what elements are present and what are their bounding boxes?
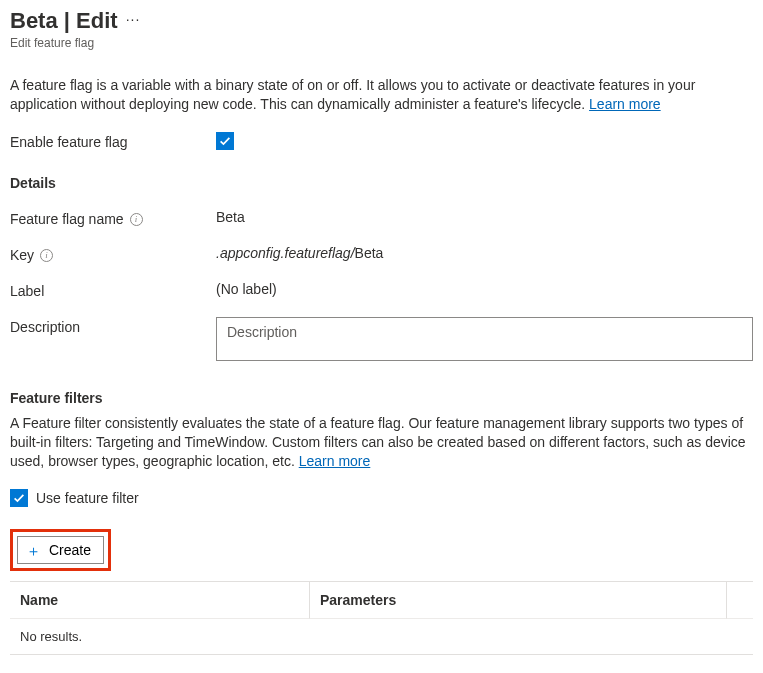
key-label: Key xyxy=(10,247,34,263)
description-input[interactable] xyxy=(216,317,753,361)
label-label: Label xyxy=(10,281,216,299)
checkmark-icon xyxy=(12,491,26,505)
flag-name-value: Beta xyxy=(216,209,753,225)
description-label: Description xyxy=(10,317,216,335)
label-value: (No label) xyxy=(216,281,753,297)
create-button-label: Create xyxy=(49,542,91,558)
plus-icon: ＋ xyxy=(26,543,41,558)
info-icon[interactable]: i xyxy=(40,249,53,262)
enable-flag-label: Enable feature flag xyxy=(10,132,216,150)
create-button-highlight: ＋ Create xyxy=(10,529,111,571)
key-name: Beta xyxy=(355,245,384,261)
page-title: Beta | Edit xyxy=(10,8,118,34)
use-filter-label: Use feature filter xyxy=(36,490,139,506)
create-button[interactable]: ＋ Create xyxy=(17,536,104,564)
checkmark-icon xyxy=(218,134,232,148)
intro-text: A feature flag is a variable with a bina… xyxy=(10,76,753,114)
filters-table: Name Parameters No results. xyxy=(10,581,753,655)
empty-text: No results. xyxy=(10,619,310,654)
col-actions xyxy=(727,582,753,619)
table-row: No results. xyxy=(10,619,753,654)
key-prefix: .appconfig.featureflag/ xyxy=(216,245,355,261)
page-subtitle: Edit feature flag xyxy=(10,36,753,50)
key-value: .appconfig.featureflag/Beta xyxy=(216,245,753,261)
enable-flag-checkbox[interactable] xyxy=(216,132,234,150)
filters-heading: Feature filters xyxy=(10,390,753,406)
use-filter-checkbox[interactable] xyxy=(10,489,28,507)
col-parameters[interactable]: Parameters xyxy=(310,582,727,619)
info-icon[interactable]: i xyxy=(130,213,143,226)
more-icon[interactable]: ··· xyxy=(126,11,141,31)
intro-learn-more-link[interactable]: Learn more xyxy=(589,96,661,112)
flag-name-label: Feature flag name xyxy=(10,211,124,227)
details-heading: Details xyxy=(10,175,753,191)
col-name[interactable]: Name xyxy=(10,582,310,619)
filters-text: A Feature filter consistently evaluates … xyxy=(10,414,753,471)
filters-body: A Feature filter consistently evaluates … xyxy=(10,415,746,469)
filters-learn-more-link[interactable]: Learn more xyxy=(299,453,371,469)
